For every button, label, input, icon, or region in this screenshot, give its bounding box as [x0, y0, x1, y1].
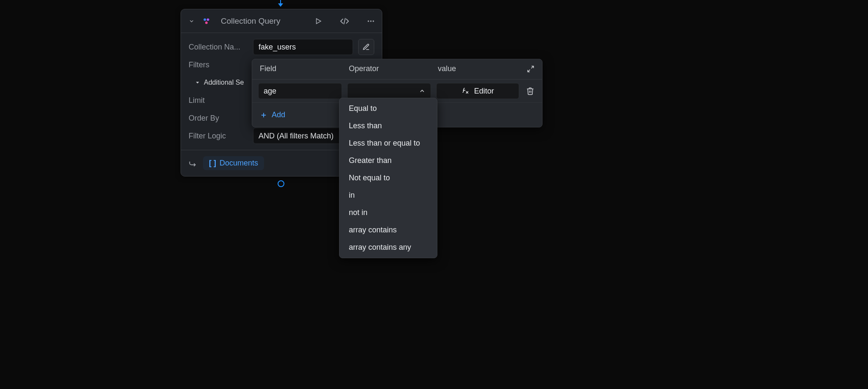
run-button[interactable]	[313, 17, 323, 25]
filter-field-value: age	[264, 87, 276, 96]
documents-output-pill[interactable]: [ ] Documents	[203, 156, 264, 170]
filters-label: Filters	[189, 61, 209, 69]
operator-option[interactable]: array contains	[339, 221, 437, 239]
code-icon	[340, 17, 349, 26]
operator-option[interactable]: Less than	[339, 117, 437, 135]
svg-point-5	[368, 20, 369, 22]
chevron-up-icon	[419, 88, 426, 94]
documents-label: Documents	[220, 159, 258, 168]
order-by-label: Order By	[189, 114, 248, 123]
filters-header-field: Field	[260, 64, 349, 73]
operator-option[interactable]: Equal to	[339, 100, 437, 117]
node-title: Collection Query	[217, 17, 308, 26]
code-button[interactable]	[339, 17, 350, 26]
brackets-icon: [ ]	[209, 159, 216, 168]
edit-collection-name-button[interactable]	[358, 39, 374, 55]
add-filter-label: Add	[272, 110, 285, 119]
editor-label: Editor	[474, 87, 494, 96]
svg-line-10	[528, 69, 530, 72]
filter-value-editor-button[interactable]: Editor	[436, 83, 519, 99]
plus-icon	[260, 111, 267, 119]
svg-point-0	[203, 18, 206, 21]
incoming-edge-handle[interactable]	[280, 0, 281, 5]
operator-dropdown: Equal toLess thanLess than or equal toGr…	[339, 98, 437, 258]
chevron-down-icon	[189, 18, 195, 24]
svg-point-7	[373, 20, 374, 22]
filter-operator-select[interactable]	[347, 83, 431, 99]
delete-filter-button[interactable]	[524, 87, 536, 95]
node-type-icon	[201, 17, 211, 26]
collection-name-label: Collection Na...	[189, 43, 248, 52]
caret-down-icon	[195, 80, 200, 86]
svg-point-2	[205, 21, 208, 24]
filter-logic-label: Filter Logic	[189, 132, 248, 141]
expand-icon	[527, 65, 534, 73]
collection-name-input[interactable]: fake_users	[253, 39, 353, 55]
filters-header-operator: Operator	[349, 64, 438, 73]
output-arrow-icon	[189, 159, 197, 168]
collapse-toggle[interactable]	[187, 18, 196, 24]
app-logo-icon	[202, 17, 211, 26]
operator-option[interactable]: Not equal to	[339, 169, 437, 187]
fx-icon	[461, 87, 470, 95]
more-horizontal-icon	[367, 17, 375, 25]
output-handle[interactable]	[278, 180, 284, 187]
play-icon	[314, 17, 322, 25]
filters-header-value: value	[438, 64, 527, 73]
svg-point-6	[370, 20, 371, 22]
pencil-icon	[362, 43, 370, 51]
operator-option[interactable]: not in	[339, 204, 437, 221]
expand-filters-button[interactable]	[527, 65, 534, 73]
node-header: Collection Query	[181, 9, 382, 33]
filter-logic-value: AND (All filters Match)	[259, 132, 334, 141]
svg-line-4	[344, 18, 345, 24]
more-button[interactable]	[366, 17, 376, 25]
collection-name-value: fake_users	[259, 43, 296, 52]
svg-marker-8	[196, 82, 199, 83]
operator-option[interactable]: array contains any	[339, 239, 437, 256]
svg-point-1	[207, 18, 209, 21]
trash-icon	[526, 87, 534, 95]
filters-popover-header: Field Operator value	[252, 59, 542, 80]
limit-label: Limit	[189, 96, 248, 105]
filter-field-input[interactable]: age	[258, 83, 342, 99]
operator-option[interactable]: Greater than	[339, 152, 437, 169]
svg-line-9	[531, 66, 534, 68]
operator-option[interactable]: in	[339, 187, 437, 204]
operator-option[interactable]: Less than or equal to	[339, 135, 437, 152]
additional-settings-label: Additional Se	[204, 79, 244, 86]
svg-marker-3	[317, 19, 321, 24]
